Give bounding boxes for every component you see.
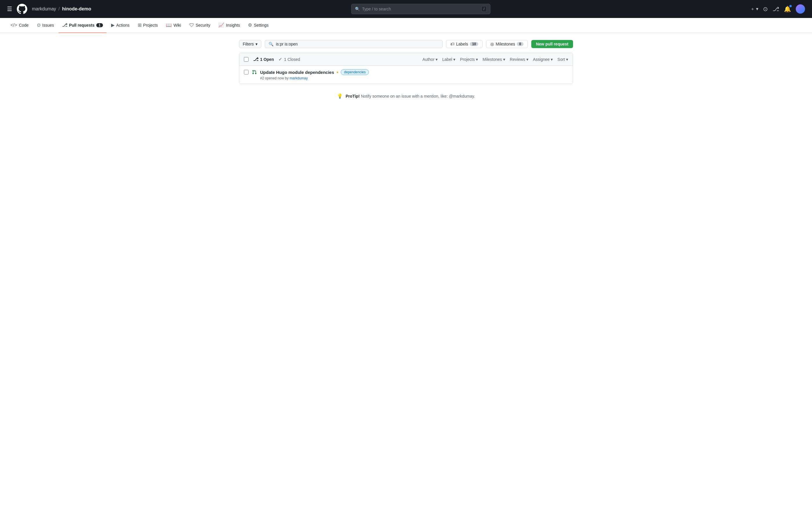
nav-item-code[interactable]: </> Code xyxy=(7,18,32,33)
open-tab-label: 1 Open xyxy=(260,57,274,62)
nav-item-wiki[interactable]: 📖 Wiki xyxy=(162,18,185,33)
nav-label-code: Code xyxy=(19,23,28,28)
open-pr-icon: ⎇ xyxy=(253,57,258,62)
label-filter-label: Label xyxy=(442,57,452,62)
global-search-bar[interactable]: 🔍 Type / to search / xyxy=(351,4,490,14)
nav-label-settings: Settings xyxy=(254,23,269,28)
nav-item-projects[interactable]: ⊞ Projects xyxy=(134,18,161,33)
sort-button[interactable]: Sort ▾ xyxy=(557,57,568,62)
nav-item-issues[interactable]: ⊙ Issues xyxy=(33,18,57,33)
projects-icon: ⊞ xyxy=(138,22,142,28)
select-all-checkbox[interactable] xyxy=(244,57,248,62)
top-bar: ☰ markdumay / hinode-demo 🔍 Type / to se… xyxy=(0,0,812,18)
sort-label: Sort xyxy=(557,57,565,62)
open-tab[interactable]: ⎇ 1 Open xyxy=(253,57,274,62)
pr-nav-icon: ⎇ xyxy=(62,22,67,28)
nav-label-wiki: Wiki xyxy=(173,23,181,28)
milestones-filter-label: Milestones xyxy=(482,57,502,62)
breadcrumb-repo[interactable]: hinode-demo xyxy=(62,6,91,12)
assignee-filter-button[interactable]: Assignee ▾ xyxy=(533,57,553,62)
top-bar-left: ☰ markdumay / hinode-demo xyxy=(7,4,91,14)
nav-item-actions[interactable]: ▶ Actions xyxy=(107,18,133,33)
nav-label-projects: Projects xyxy=(143,23,158,28)
hamburger-icon[interactable]: ☰ xyxy=(7,5,12,13)
pr-item-checkbox[interactable] xyxy=(244,70,248,74)
pr-title[interactable]: Update Hugo module dependencies xyxy=(260,70,334,75)
pr-toolbar: Filters ▾ 🔍 🏷 Labels 10 ◎ Milestones 0 N… xyxy=(239,40,573,48)
reviews-filter-button[interactable]: Reviews ▾ xyxy=(510,57,528,62)
closed-tab[interactable]: ✓ 1 Closed xyxy=(278,57,300,62)
filters-button[interactable]: Filters ▾ xyxy=(239,40,261,48)
pr-list: ⎇ 1 Open ✓ 1 Closed Author ▾ Label ▾ xyxy=(239,53,573,84)
pr-draft-dot: ● xyxy=(336,70,338,74)
pr-opened-by[interactable]: markdumay xyxy=(289,76,308,80)
avatar[interactable] xyxy=(796,4,805,14)
milestones-count: 0 xyxy=(517,42,523,46)
assignee-filter-label: Assignee xyxy=(533,57,550,62)
pr-by-text: by xyxy=(285,76,289,80)
top-bar-center: 🔍 Type / to search / xyxy=(96,4,745,14)
github-logo[interactable] xyxy=(17,4,27,14)
actions-icon: ▶ xyxy=(111,22,115,28)
notification-dot xyxy=(789,5,792,7)
pr-opened-time: now xyxy=(277,76,284,80)
pr-meta: #2 opened now by markdumay xyxy=(260,76,568,80)
search-kbd: / xyxy=(481,6,486,12)
breadcrumb-owner[interactable]: markdumay xyxy=(32,6,56,12)
assignee-chevron-icon: ▾ xyxy=(551,57,553,62)
pr-label-tag[interactable]: dependencies xyxy=(341,69,369,75)
sort-chevron-icon: ▾ xyxy=(566,57,568,62)
filters-label: Filters xyxy=(243,42,254,46)
search-icon: 🔍 xyxy=(355,7,360,11)
nav-label-pull-requests: Pull requests xyxy=(69,23,95,28)
protip: 💡 ProTip! Notify someone on an issue wit… xyxy=(239,84,573,108)
pr-search-input[interactable] xyxy=(276,42,439,46)
labels-label: Labels xyxy=(456,42,468,46)
notifications-icon[interactable]: 🔔 xyxy=(784,5,791,13)
pr-status-tabs: ⎇ 1 Open ✓ 1 Closed xyxy=(253,57,418,62)
projects-chevron-icon: ▾ xyxy=(476,57,478,62)
milestones-label: Milestones xyxy=(496,42,515,46)
new-pull-request-button[interactable]: New pull request xyxy=(531,40,573,48)
author-filter-button[interactable]: Author ▾ xyxy=(422,57,438,62)
security-icon: 🛡 xyxy=(189,22,194,28)
top-bar-right: ＋ ▾ ⊙ ⎇ 🔔 xyxy=(750,4,805,14)
milestones-button[interactable]: ◎ Milestones 0 xyxy=(486,40,528,48)
nav-item-security[interactable]: 🛡 Security xyxy=(186,18,214,33)
protip-text: Notify someone on an issue with a mentio… xyxy=(361,94,475,99)
pr-search-icon: 🔍 xyxy=(269,42,274,46)
breadcrumb: markdumay / hinode-demo xyxy=(32,6,91,12)
pr-search-wrap[interactable]: 🔍 xyxy=(265,40,443,48)
author-filter-label: Author xyxy=(422,57,434,62)
nav-item-settings[interactable]: ⚙ Settings xyxy=(245,18,272,33)
table-row: Update Hugo module dependencies ● depend… xyxy=(239,66,573,84)
issues-nav-icon: ⊙ xyxy=(37,22,41,28)
author-chevron-icon: ▾ xyxy=(436,57,438,62)
milestones-icon: ◎ xyxy=(490,42,494,46)
pr-open-icon xyxy=(252,70,257,76)
pr-list-header: ⎇ 1 Open ✓ 1 Closed Author ▾ Label ▾ xyxy=(239,53,573,66)
nav-label-actions: Actions xyxy=(116,23,130,28)
nav-item-pull-requests[interactable]: ⎇ Pull requests 1 xyxy=(59,18,106,33)
milestones-filter-button[interactable]: Milestones ▾ xyxy=(482,57,505,62)
nav-label-security: Security xyxy=(196,23,211,28)
projects-filter-button[interactable]: Projects ▾ xyxy=(460,57,478,62)
milestones-filter-chevron-icon: ▾ xyxy=(503,57,505,62)
protip-bold: ProTip! xyxy=(346,94,360,99)
label-tag-icon: 🏷 xyxy=(450,42,454,46)
insights-icon: 📈 xyxy=(218,22,224,28)
label-chevron-icon: ▾ xyxy=(453,57,455,62)
wiki-icon: 📖 xyxy=(166,22,172,28)
label-filter-button[interactable]: Label ▾ xyxy=(442,57,455,62)
code-icon: </> xyxy=(11,22,17,28)
pull-requests-icon[interactable]: ⎇ xyxy=(772,5,779,13)
closed-tab-label: 1 Closed xyxy=(284,57,300,62)
nav-label-issues: Issues xyxy=(42,23,54,28)
issues-icon[interactable]: ⊙ xyxy=(763,5,768,13)
breadcrumb-separator: / xyxy=(59,6,60,12)
closed-pr-icon: ✓ xyxy=(278,57,282,62)
projects-filter-label: Projects xyxy=(460,57,475,62)
labels-button[interactable]: 🏷 Labels 10 xyxy=(446,40,483,48)
new-button[interactable]: ＋ ▾ xyxy=(750,6,758,12)
nav-item-insights[interactable]: 📈 Insights xyxy=(215,18,243,33)
